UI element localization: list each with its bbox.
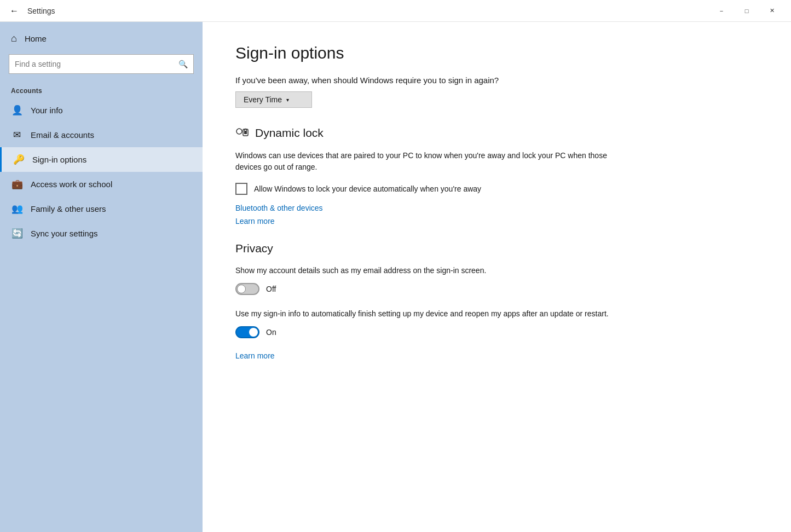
app-title: Settings: [27, 7, 55, 15]
page-title: Sign-in options: [235, 44, 758, 62]
privacy-section: Privacy Show my account details such as …: [235, 242, 758, 360]
close-button[interactable]: ✕: [759, 0, 784, 22]
dynamic-lock-checkbox-row: Allow Windows to lock your device automa…: [235, 183, 758, 195]
privacy-toggle2-group: Use my sign-in info to automatically fin…: [235, 308, 758, 338]
privacy-toggle1-state: Off: [266, 285, 276, 293]
minimize-icon: −: [720, 8, 723, 14]
privacy-toggle1-switch[interactable]: [235, 283, 259, 295]
sidebar-item-label: Family & other users: [31, 204, 106, 213]
back-icon: ←: [10, 6, 19, 16]
sidebar-item-family-users[interactable]: 👥 Family & other users: [0, 196, 203, 221]
search-input[interactable]: [9, 60, 173, 68]
dropdown-arrow-icon: ▾: [286, 97, 289, 103]
privacy-toggle1-row: Off: [235, 283, 758, 295]
every-time-dropdown[interactable]: Every Time ▾: [235, 91, 312, 108]
title-bar: ← Settings − □ ✕: [0, 0, 791, 22]
sidebar: ⌂ Home 🔍 Accounts 👤 Your info ✉ Email & …: [0, 22, 203, 532]
sidebar-item-access-work[interactable]: 💼 Access work or school: [0, 172, 203, 196]
sync-icon: 🔄: [11, 228, 23, 239]
toggle1-knob: [237, 285, 246, 293]
sidebar-item-label: Email & accounts: [31, 130, 94, 140]
privacy-title: Privacy: [235, 242, 758, 255]
privacy-toggle2-row: On: [235, 326, 758, 338]
home-icon: ⌂: [11, 33, 17, 44]
search-container: 🔍: [9, 54, 194, 74]
svg-rect-2: [244, 131, 247, 134]
sidebar-item-label: Access work or school: [31, 180, 112, 189]
privacy-toggle2-switch[interactable]: [235, 326, 259, 338]
privacy-learn-more-link[interactable]: Learn more: [235, 351, 758, 360]
main-layout: ⌂ Home 🔍 Accounts 👤 Your info ✉ Email & …: [0, 22, 791, 532]
dynamic-lock-checkbox-label: Allow Windows to lock your device automa…: [254, 184, 481, 193]
sidebar-item-label: Sync your settings: [31, 229, 98, 238]
back-button[interactable]: ←: [7, 3, 22, 19]
dynamic-lock-title: Dynamic lock: [255, 126, 324, 140]
dynamic-lock-description: Windows can use devices that are paired …: [235, 150, 619, 173]
window-controls: − □ ✕: [709, 0, 784, 22]
sidebar-item-email-accounts[interactable]: ✉ Email & accounts: [0, 123, 203, 147]
sidebar-item-label: Your info: [31, 106, 63, 115]
email-icon: ✉: [11, 129, 23, 141]
require-signin-section: If you've been away, when should Windows…: [235, 76, 758, 108]
dynamic-lock-icon: [235, 124, 250, 141]
maximize-icon: □: [745, 8, 749, 14]
close-icon: ✕: [770, 7, 775, 14]
privacy-toggle1-group: Show my account details such as my email…: [235, 265, 758, 295]
home-label: Home: [25, 34, 47, 43]
dynamic-lock-checkbox[interactable]: [235, 183, 247, 195]
your-info-icon: 👤: [11, 105, 23, 116]
sidebar-item-sync-settings[interactable]: 🔄 Sync your settings: [0, 221, 203, 246]
sidebar-item-sign-in-options[interactable]: 🔑 Sign-in options: [0, 147, 203, 172]
sidebar-item-label: Sign-in options: [32, 155, 86, 164]
dropdown-value: Every Time: [244, 95, 282, 104]
privacy-toggle1-desc: Show my account details such as my email…: [235, 265, 619, 276]
require-signin-label: If you've been away, when should Windows…: [235, 76, 758, 85]
sign-in-icon: 🔑: [13, 154, 25, 165]
sidebar-section-label: Accounts: [0, 83, 203, 98]
content-area: Sign-in options If you've been away, whe…: [203, 22, 791, 532]
dynamic-lock-section: Dynamic lock Windows can use devices tha…: [235, 124, 758, 225]
minimize-button[interactable]: −: [709, 0, 734, 22]
bluetooth-devices-link[interactable]: Bluetooth & other devices: [235, 204, 758, 212]
search-icon: 🔍: [173, 60, 193, 68]
dynamic-lock-learn-more-link[interactable]: Learn more: [235, 217, 758, 225]
toggle2-knob: [249, 328, 258, 337]
privacy-toggle2-state: On: [266, 328, 276, 337]
svg-point-0: [236, 129, 242, 134]
dynamic-lock-heading: Dynamic lock: [235, 124, 758, 141]
sidebar-item-home[interactable]: ⌂ Home: [0, 27, 203, 50]
family-icon: 👥: [11, 203, 23, 215]
maximize-button[interactable]: □: [734, 0, 759, 22]
sidebar-item-your-info[interactable]: 👤 Your info: [0, 98, 203, 123]
work-icon: 💼: [11, 178, 23, 190]
privacy-toggle2-desc: Use my sign-in info to automatically fin…: [235, 308, 619, 320]
